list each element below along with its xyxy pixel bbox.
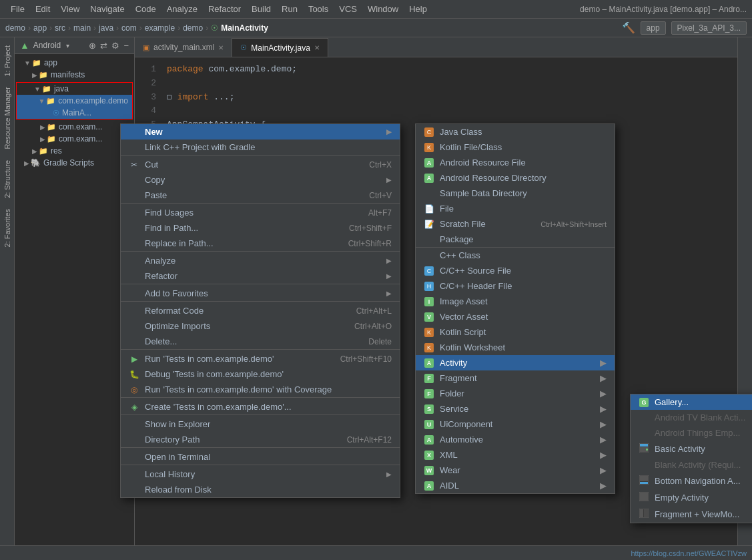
tree-item-com-example-demo[interactable]: ▼ 📁 com.example.demo [17,95,132,107]
activity-submenu[interactable]: G Gallery... Android TV Blank Acti... An… [630,394,752,523]
ctx-optimize-imports[interactable]: Optimize Imports Ctrl+Alt+O [121,318,400,334]
sub-cpp-class[interactable]: C++ Class [416,247,615,263]
ctx-open-terminal[interactable]: Open in Terminal [121,449,400,465]
tab-close-java[interactable]: ✕ [314,44,320,51]
menu-refactor[interactable]: Refactor [203,3,246,15]
ctx-copy[interactable]: Copy ▶ [121,172,400,188]
menu-tools[interactable]: Tools [303,3,334,15]
breadcrumb-com[interactable]: com [121,23,137,33]
ctx-directory-path[interactable]: Directory Path Ctrl+Alt+F12 [121,432,400,448]
ctx-run-with-coverage[interactable]: ◎ Run 'Tests in com.example.demo' with C… [121,382,400,398]
act-blank[interactable]: Blank Activity (Requi... [631,457,752,473]
ctx-delete[interactable]: Delete... Delete [121,334,400,350]
ctx-paste[interactable]: Paste Ctrl+V [121,188,400,204]
ctx-refactor[interactable]: Refactor ▶ [121,268,400,284]
menu-window[interactable]: Window [362,3,404,15]
menu-build[interactable]: Build [246,3,276,15]
menu-view[interactable]: View [55,3,85,15]
tree-item-mainactivity[interactable]: ☉ MainA... [17,107,132,119]
sub-kotlin-class[interactable]: K Kotlin File/Class [416,139,615,155]
tree-item-java[interactable]: ▼ 📁 java [17,83,132,95]
menu-vcs[interactable]: VCS [334,3,362,15]
device-dropdown[interactable]: Pixel_3a_API_3... [671,21,747,35]
sub-android-resource-file[interactable]: A Android Resource File [416,155,615,170]
breadcrumb-main[interactable]: main [73,23,91,33]
sub-kotlin-script[interactable]: K Kotlin Script [416,324,615,340]
tree-item-gradle[interactable]: ▶ 🐘 Gradle Scripts [15,157,134,169]
act-gallery[interactable]: G Gallery... [631,394,752,410]
ctx-find-in-path[interactable]: Find in Path... Ctrl+Shift+F [121,220,400,236]
sub-scratch-file[interactable]: 📝 Scratch File Ctrl+Alt+Shift+Insert [416,216,615,232]
ctx-new[interactable]: New ▶ [121,124,400,139]
ctx-local-history[interactable]: Local History ▶ [121,467,400,482]
menu-run[interactable]: Run [276,3,303,15]
sub-aidl[interactable]: A AIDL ▶ [416,478,615,493]
act-fragment-viewmodel[interactable]: Fragment + ViewMo... [631,506,752,523]
ctx-analyze[interactable]: Analyze ▶ [121,253,400,268]
ctx-cut[interactable]: ✂ Cut Ctrl+X [121,157,400,172]
sub-wear[interactable]: W Wear ▶ [416,463,615,478]
tree-item-res[interactable]: ▶ 📁 res [15,145,134,157]
favorites-tab[interactable]: 2: Favorites [2,204,13,252]
menu-analyze[interactable]: Analyze [161,3,203,15]
tab-mainactivity-java[interactable]: ☉ MainActivity.java ✕ [232,38,328,57]
tab-close-xml[interactable]: ✕ [218,44,224,51]
act-android-things[interactable]: Android Things Emp... [631,425,752,441]
sub-fragment[interactable]: F Fragment ▶ [416,370,615,386]
act-basic[interactable]: Basic Activity [631,441,752,457]
app-dropdown[interactable]: app [641,21,666,35]
sync-icon[interactable]: ⇄ [100,41,107,51]
ctx-find-usages[interactable]: Find Usages Alt+F7 [121,205,400,220]
sub-sample-data-dir[interactable]: Sample Data Directory [416,186,615,201]
breadcrumb-example[interactable]: example [145,23,175,33]
sub-xml[interactable]: X XML ▶ [416,447,615,463]
ctx-debug-tests[interactable]: 🐛 Debug 'Tests in com.example.demo' [121,366,400,382]
sub-uicomponent[interactable]: U UiComponent ▶ [416,416,615,432]
menu-edit[interactable]: Edit [30,3,55,15]
sub-android-resource-dir[interactable]: A Android Resource Directory [416,170,615,186]
ctx-reformat[interactable]: Reformat Code Ctrl+Alt+L [121,303,400,318]
breadcrumb-src[interactable]: src [55,23,65,33]
ctx-link-cpp[interactable]: Link C++ Project with Gradle [121,139,400,156]
menu-file[interactable]: File [5,3,30,15]
act-empty[interactable]: Empty Activity [631,489,752,506]
structure-tab[interactable]: 2: Structure [2,155,13,204]
breadcrumb-demo2[interactable]: demo [183,23,203,33]
menu-code[interactable]: Code [130,3,161,15]
ctx-reload-disk[interactable]: Reload from Disk [121,482,400,497]
menu-navigate[interactable]: Navigate [85,3,129,15]
sub-service[interactable]: S Service ▶ [416,401,615,416]
tree-item-manifests[interactable]: ▶ 📁 manifests [15,69,134,81]
sub-folder[interactable]: F Folder ▶ [416,386,615,401]
menu-help[interactable]: Help [404,3,432,15]
breadcrumb-demo[interactable]: demo [5,23,25,33]
sub-file[interactable]: 📄 File [416,201,615,216]
gear-icon[interactable]: ⚙ [111,41,119,51]
tree-item-com-test2[interactable]: ▶ 📁 com.exam... [15,133,134,145]
ctx-add-favorites[interactable]: Add to Favorites ▶ [121,286,400,302]
panel-dropdown-icon[interactable]: ▾ [66,42,69,49]
project-tab[interactable]: 1: Project [2,40,13,81]
resource-manager-tab[interactable]: Resource Manager [2,81,13,155]
new-submenu[interactable]: C Java Class K Kotlin File/Class A Andro… [415,123,615,494]
main-context-menu[interactable]: New ▶ Link C++ Project with Gradle ✂ Cut… [120,123,400,498]
sub-vector-asset[interactable]: V Vector Asset [416,309,615,324]
tree-item-app[interactable]: ▼ 📁 app [15,57,134,69]
sub-image-asset[interactable]: I Image Asset [416,294,615,309]
ctx-replace-in-path[interactable]: Replace in Path... Ctrl+Shift+R [121,236,400,252]
ctx-show-explorer[interactable]: Show in Explorer [121,416,400,432]
ctx-run-tests[interactable]: ▶ Run 'Tests in com.example.demo' Ctrl+S… [121,351,400,366]
sub-activity[interactable]: A Activity ▶ [416,355,615,370]
tab-activity-main-xml[interactable]: ▣ activity_main.xml ✕ [135,38,232,57]
breadcrumb-java[interactable]: java [99,23,113,33]
tree-item-com-test1[interactable]: ▶ 📁 com.exam... [15,121,134,133]
act-android-tv[interactable]: Android TV Blank Acti... [631,410,752,425]
globe-icon[interactable]: ⊕ [89,41,96,51]
sub-package[interactable]: Package [416,232,615,247]
minimize-icon[interactable]: − [123,41,129,51]
sub-kotlin-worksheet[interactable]: K Kotlin Worksheet [416,340,615,355]
sub-cpp-header[interactable]: H C/C++ Header File [416,278,615,294]
sub-automotive[interactable]: A Automotive ▶ [416,432,615,447]
sub-cpp-source[interactable]: C C/C++ Source File [416,263,615,278]
ctx-create-tests[interactable]: ◈ Create 'Tests in com.example.demo'... [121,399,400,415]
